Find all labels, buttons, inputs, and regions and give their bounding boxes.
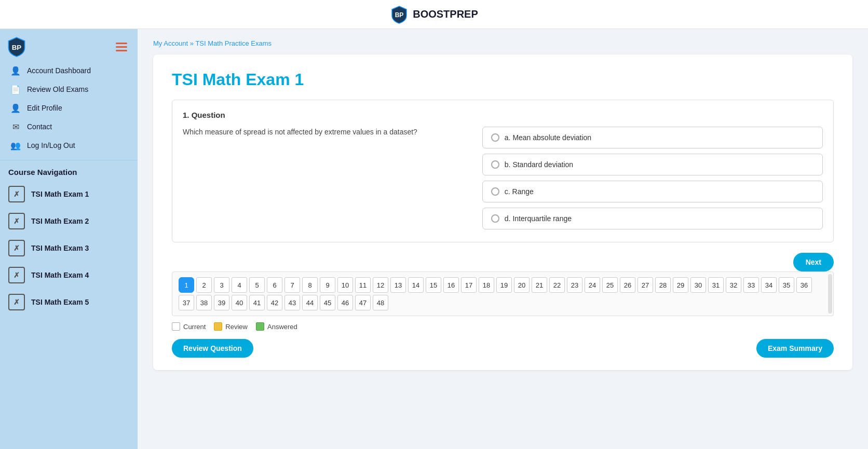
exam-summary-button[interactable]: Exam Summary: [756, 339, 834, 358]
sidebar-bp-logo: BP: [6, 36, 27, 57]
question-number-28[interactable]: 28: [655, 277, 671, 293]
question-number-7[interactable]: 7: [284, 277, 300, 293]
boostprep-logo-icon: BP: [390, 5, 409, 24]
option-b[interactable]: b. Standard deviation: [482, 154, 823, 175]
login-icon: 👥: [10, 140, 21, 151]
edit-profile-icon: 👤: [10, 103, 21, 113]
option-c-radio[interactable]: [491, 187, 499, 196]
question-number-1[interactable]: 1: [179, 277, 194, 293]
question-number-20[interactable]: 20: [514, 277, 530, 293]
option-d-radio[interactable]: [491, 214, 499, 223]
question-number-30[interactable]: 30: [690, 277, 706, 293]
sidebar-item-edit-profile-label: Edit Profile: [27, 104, 62, 112]
sidebar-item-review-old-exams[interactable]: 📄 Review Old Exams: [0, 80, 138, 99]
sidebar-item-login-logout-label: Log In/Log Out: [27, 141, 75, 149]
question-area: 1. Question Which measure of spread is n…: [172, 100, 834, 242]
option-c[interactable]: c. Range: [482, 181, 823, 202]
sidebar-item-account-dashboard-label: Account Dashboard: [27, 66, 91, 75]
question-number-37[interactable]: 37: [179, 295, 194, 310]
question-number-44[interactable]: 44: [302, 295, 318, 310]
question-number-11[interactable]: 11: [355, 277, 371, 293]
question-content: Which measure of spread is not affected …: [183, 127, 823, 229]
question-number-32[interactable]: 32: [726, 277, 741, 293]
question-number-22[interactable]: 22: [549, 277, 565, 293]
question-number-19[interactable]: 19: [496, 277, 512, 293]
question-number-6[interactable]: 6: [267, 277, 282, 293]
sidebar-item-edit-profile[interactable]: 👤 Edit Profile: [0, 99, 138, 117]
question-number-38[interactable]: 38: [196, 295, 212, 310]
question-number-48[interactable]: 48: [373, 295, 388, 310]
question-number-39[interactable]: 39: [214, 295, 229, 310]
account-icon: 👤: [10, 65, 21, 76]
question-number-24[interactable]: 24: [585, 277, 600, 293]
question-number-40[interactable]: 40: [232, 295, 247, 310]
sidebar-item-login-logout[interactable]: 👥 Log In/Log Out: [0, 136, 138, 155]
question-number-9[interactable]: 9: [320, 277, 335, 293]
question-number-18[interactable]: 18: [479, 277, 494, 293]
question-number-45[interactable]: 45: [320, 295, 335, 310]
answered-legend-box: [256, 322, 264, 331]
question-number-43[interactable]: 43: [284, 295, 300, 310]
question-number-4[interactable]: 4: [232, 277, 247, 293]
question-number-5[interactable]: 5: [249, 277, 265, 293]
option-a[interactable]: a. Mean absolute deviation: [482, 127, 823, 148]
legend-review: Review: [214, 322, 248, 331]
review-legend-label: Review: [225, 323, 248, 331]
option-d[interactable]: d. Interquartile range: [482, 208, 823, 229]
sidebar-item-exam4[interactable]: ✗ TSI Math Exam 4: [0, 262, 138, 289]
question-number-21[interactable]: 21: [532, 277, 547, 293]
question-number-31[interactable]: 31: [708, 277, 724, 293]
review-legend-box: [214, 322, 222, 331]
breadcrumb-separator: »: [188, 39, 195, 47]
question-number-10[interactable]: 10: [337, 277, 353, 293]
exam4-icon: ✗: [8, 267, 25, 283]
sidebar-item-exam1[interactable]: ✗ TSI Math Exam 1: [0, 181, 138, 208]
option-b-radio[interactable]: [491, 160, 499, 169]
sidebar-item-contact-label: Contact: [27, 123, 52, 131]
question-number-47[interactable]: 47: [355, 295, 371, 310]
question-number-2[interactable]: 2: [196, 277, 212, 293]
svg-text:BP: BP: [12, 44, 22, 51]
course-navigation-label: Course Navigation: [0, 160, 138, 181]
next-button[interactable]: Next: [793, 253, 834, 271]
sidebar-item-exam3[interactable]: ✗ TSI Math Exam 3: [0, 235, 138, 262]
grid-scrollbar[interactable]: [828, 274, 832, 314]
sidebar-item-contact[interactable]: ✉ Contact: [0, 117, 138, 136]
header-logo: BP BOOSTPREP: [390, 5, 478, 24]
sidebar-item-exam5-label: TSI Math Exam 5: [31, 298, 89, 306]
question-number-13[interactable]: 13: [390, 277, 406, 293]
question-number-34[interactable]: 34: [761, 277, 777, 293]
question-number-36[interactable]: 36: [796, 277, 812, 293]
option-a-radio[interactable]: [491, 133, 499, 142]
sidebar-item-exam2[interactable]: ✗ TSI Math Exam 2: [0, 208, 138, 235]
hamburger-menu[interactable]: [112, 38, 131, 56]
question-number-8[interactable]: 8: [302, 277, 318, 293]
answered-legend-label: Answered: [267, 323, 297, 331]
sidebar: BP 👤 Account Dashboard 📄 Review Old Exam…: [0, 29, 138, 449]
sidebar-item-exam1-label: TSI Math Exam 1: [31, 190, 89, 198]
question-number-17[interactable]: 17: [461, 277, 477, 293]
question-number-33[interactable]: 33: [743, 277, 759, 293]
question-number-25[interactable]: 25: [602, 277, 618, 293]
question-number-16[interactable]: 16: [443, 277, 459, 293]
question-number-15[interactable]: 15: [426, 277, 441, 293]
question-number-12[interactable]: 12: [373, 277, 388, 293]
question-number-26[interactable]: 26: [620, 277, 635, 293]
question-number-29[interactable]: 29: [673, 277, 688, 293]
question-number-3[interactable]: 3: [214, 277, 229, 293]
next-btn-row: Next: [172, 253, 834, 271]
sidebar-item-account-dashboard[interactable]: 👤 Account Dashboard: [0, 61, 138, 80]
breadcrumb-my-account[interactable]: My Account: [153, 39, 188, 47]
question-number-27[interactable]: 27: [638, 277, 653, 293]
question-number-35[interactable]: 35: [779, 277, 794, 293]
question-number-41[interactable]: 41: [249, 295, 265, 310]
question-number-23[interactable]: 23: [567, 277, 582, 293]
review-question-button[interactable]: Review Question: [172, 339, 253, 358]
question-number-14[interactable]: 14: [408, 277, 424, 293]
exam-card: TSI Math Exam 1 1. Question Which measur…: [153, 55, 852, 370]
legend-answered: Answered: [256, 322, 297, 331]
question-number-42[interactable]: 42: [267, 295, 282, 310]
current-legend-box: [172, 322, 180, 331]
sidebar-item-exam5[interactable]: ✗ TSI Math Exam 5: [0, 289, 138, 316]
question-number-46[interactable]: 46: [337, 295, 353, 310]
